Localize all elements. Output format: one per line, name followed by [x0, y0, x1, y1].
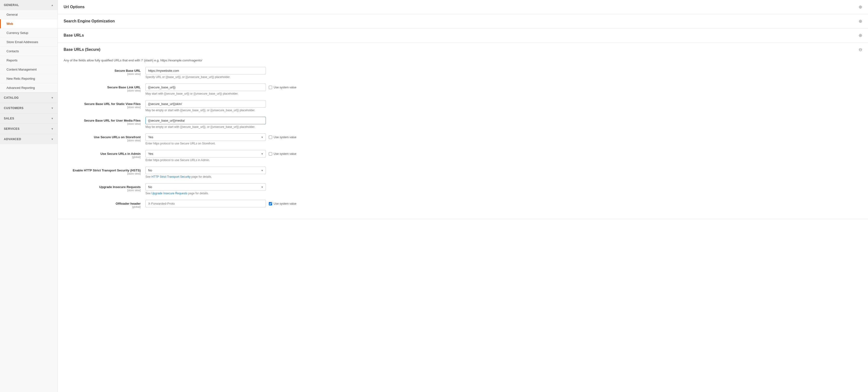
select-upgrade-insecure-requests[interactable]: YesNo — [146, 183, 266, 191]
system-value-text-secure-base-link-url: Use system value — [274, 86, 297, 89]
input-offloader-header[interactable] — [146, 200, 266, 207]
label-col-secure-base-link-url: Secure Base Link URL[store view] — [64, 84, 146, 92]
field-scope-secure-base-url-media: [store view] — [64, 122, 141, 125]
sidebar-item-general[interactable]: General — [0, 10, 58, 19]
section-header-base-urls-secure[interactable]: Base URLs (Secure)⊖ — [58, 43, 868, 57]
section-toggle-icon-base-urls-secure: ⊖ — [859, 47, 862, 52]
sidebar-item-store-email-addresses[interactable]: Store Email Addresses — [0, 38, 58, 47]
control-row-secure-base-url-static — [146, 100, 862, 108]
field-row-upgrade-insecure-requests: Upgrade Insecure Requests[store view]Yes… — [64, 183, 862, 195]
select-use-secure-urls-admin[interactable]: YesNo — [146, 150, 266, 158]
label-col-use-secure-urls-storefront: Use Secure URLs on Storefront[store view… — [64, 133, 146, 142]
section-header-url-options[interactable]: Url Options⊕ — [58, 0, 868, 14]
field-scope-offloader-header: [global] — [64, 205, 141, 208]
select-enable-hsts[interactable]: YesNo — [146, 167, 266, 174]
label-col-secure-base-url-media: Secure Base URL for User Media Files[sto… — [64, 117, 146, 125]
sidebar-section-label-advanced: ADVANCED — [4, 137, 21, 141]
main-content: Url Options⊕Search Engine Optimization⊕B… — [58, 0, 868, 392]
system-value-checkbox-secure-base-link-url[interactable] — [269, 86, 272, 89]
hint-use-secure-urls-storefront: Enter https protocol to use Secure URLs … — [146, 142, 862, 145]
sidebar-item-new-relic-reporting[interactable]: New Relic Reporting — [0, 74, 58, 83]
section-description: Any of the fields allow fully qualified … — [64, 57, 862, 62]
sidebar-section-services[interactable]: SERVICES▼ — [0, 124, 58, 134]
sidebar-section-label-services: SERVICES — [4, 127, 20, 131]
hint-use-secure-urls-admin: Enter https protocol to use Secure URLs … — [146, 158, 862, 162]
sidebar-item-web[interactable]: Web — [0, 19, 58, 28]
section-header-seo[interactable]: Search Engine Optimization⊕ — [58, 14, 868, 28]
field-row-secure-base-url: Secure Base URL[store view]Specify URL o… — [64, 67, 862, 79]
sidebar-section-advanced[interactable]: ADVANCED▼ — [0, 134, 58, 144]
input-secure-base-url-static[interactable] — [146, 100, 266, 108]
label-col-secure-base-url-static: Secure Base URL for Static View Files[st… — [64, 100, 146, 108]
system-value-label-use-secure-urls-admin[interactable]: Use system value — [269, 152, 297, 156]
section-content-base-urls-secure: Any of the fields allow fully qualified … — [58, 57, 868, 219]
field-scope-enable-hsts: [store view] — [64, 172, 141, 175]
control-row-offloader-header: Use system value — [146, 200, 862, 207]
control-row-upgrade-insecure-requests: YesNo▼ — [146, 183, 862, 191]
sidebar-item-contacts[interactable]: Contacts — [0, 47, 58, 56]
input-secure-base-url[interactable] — [146, 67, 266, 74]
chevron-icon-catalog: ▼ — [51, 96, 54, 99]
field-scope-secure-base-link-url: [store view] — [64, 89, 141, 92]
select-wrapper-enable-hsts: YesNo▼ — [146, 167, 266, 174]
sidebar-item-advanced-reporting[interactable]: Advanced Reporting — [0, 83, 58, 93]
sidebar-section-label-sales: SALES — [4, 117, 14, 120]
control-row-use-secure-urls-admin: YesNo▼Use system value — [146, 150, 862, 158]
input-secure-base-link-url[interactable] — [146, 84, 266, 91]
system-value-label-offloader-header[interactable]: Use system value — [269, 202, 297, 205]
control-col-use-secure-urls-admin: YesNo▼Use system valueEnter https protoc… — [146, 150, 862, 162]
control-row-secure-base-link-url: Use system value — [146, 84, 862, 91]
sidebar-section-general[interactable]: GENERAL▲ — [0, 0, 58, 10]
control-row-use-secure-urls-storefront: YesNo▼Use system value — [146, 133, 862, 141]
field-row-secure-base-url-static: Secure Base URL for Static View Files[st… — [64, 100, 862, 112]
system-value-checkbox-use-secure-urls-admin[interactable] — [269, 152, 272, 156]
control-col-secure-base-link-url: Use system valueMay start with {{secure_… — [146, 84, 862, 95]
hint-link-enable-hsts[interactable]: HTTP Strict Transport Security — [152, 175, 191, 178]
label-col-offloader-header: Offloader header[global] — [64, 200, 146, 208]
system-value-checkbox-offloader-header[interactable] — [269, 202, 272, 205]
section-url-options: Url Options⊕ — [58, 0, 868, 14]
chevron-icon-sales: ▼ — [51, 117, 54, 120]
sidebar-section-customers[interactable]: CUSTOMERS▼ — [0, 103, 58, 113]
control-col-use-secure-urls-storefront: YesNo▼Use system valueEnter https protoc… — [146, 133, 862, 145]
label-col-use-secure-urls-admin: Use Secure URLs in Admin[global] — [64, 150, 146, 158]
section-base-urls: Base URLs⊕ — [58, 28, 868, 43]
system-value-label-secure-base-link-url[interactable]: Use system value — [269, 86, 297, 89]
label-col-secure-base-url: Secure Base URL[store view] — [64, 67, 146, 75]
system-value-label-use-secure-urls-storefront[interactable]: Use system value — [269, 136, 297, 139]
control-col-secure-base-url-static: May be empty or start with {{secure_base… — [146, 100, 862, 112]
sidebar-items-general: GeneralWebCurrency SetupStore Email Addr… — [0, 10, 58, 93]
sidebar-section-catalog[interactable]: CATALOG▼ — [0, 93, 58, 103]
system-value-text-use-secure-urls-admin: Use system value — [274, 152, 297, 156]
field-row-use-secure-urls-admin: Use Secure URLs in Admin[global]YesNo▼Us… — [64, 150, 862, 162]
field-label-use-secure-urls-storefront: Use Secure URLs on Storefront — [64, 135, 141, 139]
sidebar-section-sales[interactable]: SALES▼ — [0, 113, 58, 124]
section-title-seo: Search Engine Optimization — [64, 19, 115, 23]
section-toggle-icon-seo: ⊕ — [859, 19, 862, 24]
select-wrapper-upgrade-insecure-requests: YesNo▼ — [146, 183, 266, 191]
system-value-checkbox-use-secure-urls-storefront[interactable] — [269, 136, 272, 139]
sidebar-item-currency-setup[interactable]: Currency Setup — [0, 28, 58, 38]
hint-link-upgrade-insecure-requests[interactable]: Upgrade Insecure Requests — [152, 192, 187, 195]
section-header-base-urls[interactable]: Base URLs⊕ — [58, 28, 868, 42]
control-col-secure-base-url-media: May be empty or start with {{secure_base… — [146, 117, 862, 129]
input-secure-base-url-media[interactable] — [146, 117, 266, 124]
section-seo: Search Engine Optimization⊕ — [58, 14, 868, 28]
section-title-base-urls: Base URLs — [64, 33, 84, 38]
sidebar-item-content-management[interactable]: Content Management — [0, 65, 58, 74]
section-base-urls-secure: Base URLs (Secure)⊖Any of the fields all… — [58, 43, 868, 219]
hint-secure-base-link-url: May start with {{secure_base_url}} or {{… — [146, 92, 862, 95]
sidebar-section-label-catalog: CATALOG — [4, 96, 19, 99]
control-col-upgrade-insecure-requests: YesNo▼See Upgrade Insecure Requests page… — [146, 183, 862, 195]
field-label-upgrade-insecure-requests: Upgrade Insecure Requests — [64, 185, 141, 189]
field-label-offloader-header: Offloader header — [64, 202, 141, 205]
select-use-secure-urls-storefront[interactable]: YesNo — [146, 133, 266, 141]
field-label-enable-hsts: Enable HTTP Strict Transport Security (H… — [64, 168, 141, 172]
hint-upgrade-insecure-requests: See Upgrade Insecure Requests page for d… — [146, 192, 862, 195]
sidebar-item-reports[interactable]: Reports — [0, 56, 58, 65]
hint-enable-hsts: See HTTP Strict Transport Security page … — [146, 175, 862, 178]
field-scope-use-secure-urls-admin: [global] — [64, 156, 141, 158]
field-label-secure-base-url-static: Secure Base URL for Static View Files — [64, 102, 141, 106]
field-label-secure-base-url-media: Secure Base URL for User Media Files — [64, 119, 141, 122]
section-toggle-icon-base-urls: ⊕ — [859, 33, 862, 38]
